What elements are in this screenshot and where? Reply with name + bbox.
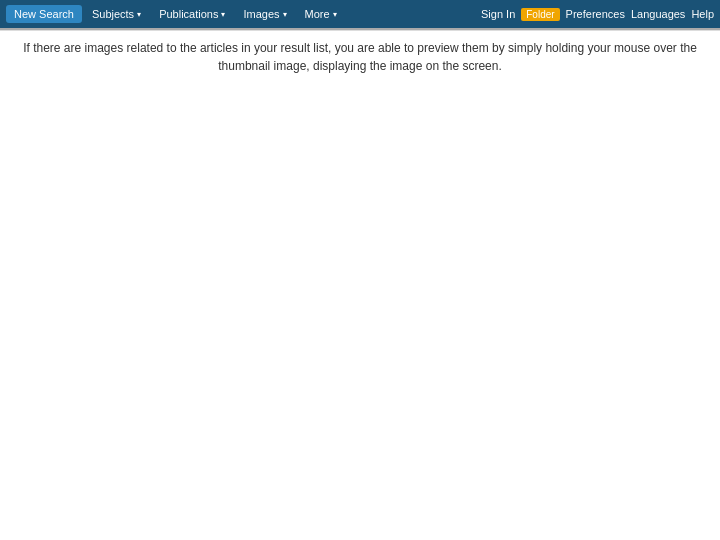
screenshot-area: EBSCO Searching: Academic Search Premier…	[0, 28, 720, 30]
nav-publications[interactable]: Publications ▾	[151, 5, 233, 23]
nav-subjects[interactable]: Subjects ▾	[84, 5, 149, 23]
preferences-link[interactable]: Preferences	[566, 8, 625, 20]
caption-text: If there are images related to the artic…	[23, 41, 697, 73]
browser-toolbar: EBSCO Searching: Academic Search Premier…	[0, 28, 720, 30]
more-caret: ▾	[333, 10, 337, 19]
help-link[interactable]: Help	[691, 8, 714, 20]
folder-link[interactable]: Folder	[521, 8, 559, 21]
images-caret: ▾	[283, 10, 287, 19]
publications-caret: ▾	[221, 10, 225, 19]
nav-images[interactable]: Images ▾	[235, 5, 294, 23]
nav-right-group: Sign In Folder Preferences Languages Hel…	[481, 8, 714, 21]
top-navigation: New Search Subjects ▾ Publications ▾ Ima…	[0, 0, 720, 28]
sign-in-link[interactable]: Sign In	[481, 8, 515, 20]
bottom-caption: If there are images related to the artic…	[0, 30, 720, 83]
ebsco-logo: EBSCO	[6, 28, 68, 30]
nav-new-search[interactable]: New Search	[6, 5, 82, 23]
languages-link[interactable]: Languages	[631, 8, 685, 20]
nav-more[interactable]: More ▾	[297, 5, 345, 23]
subjects-caret: ▾	[137, 10, 141, 19]
